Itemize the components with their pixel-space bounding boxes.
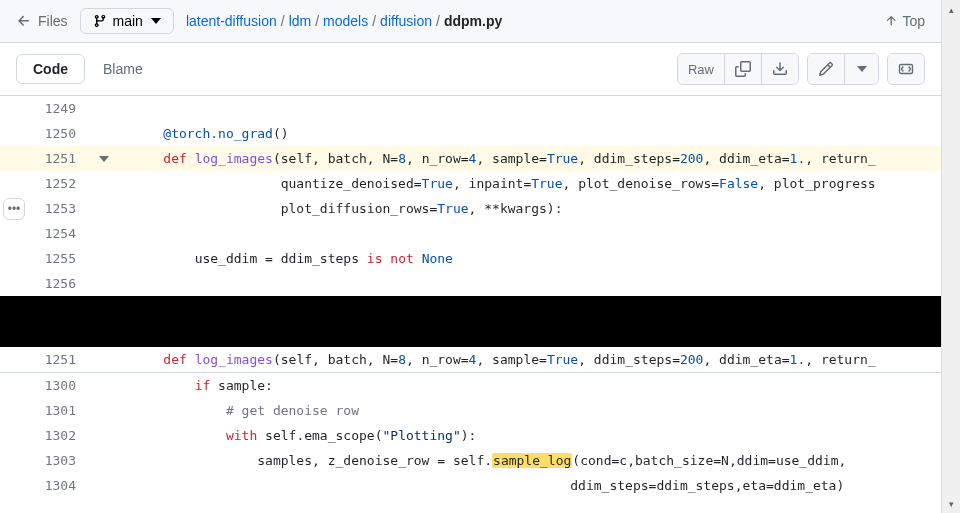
file-header: Files main latent-diffusion/ ldm/ models…	[0, 0, 941, 43]
line-content: with self.ema_scope("Plotting"):	[116, 423, 941, 448]
download-icon	[772, 61, 788, 77]
line-number: 1303	[0, 448, 92, 473]
code-line[interactable]: 1252 quantize_denoised=True, inpaint=Tru…	[0, 171, 941, 196]
code-line[interactable]: 1255 use_ddim = ddim_steps is not None	[0, 246, 941, 271]
scroll-down-button[interactable]: ▾	[942, 494, 960, 513]
chevron-col	[92, 96, 116, 121]
line-number: 1304	[0, 473, 92, 498]
tab-blame[interactable]: Blame	[87, 55, 159, 83]
line-content: quantize_denoised=True, inpaint=True, pl…	[116, 171, 941, 196]
arrow-left-icon	[16, 13, 32, 29]
code-line[interactable]: 1301 # get denoise row	[0, 398, 941, 423]
chevron-col	[92, 221, 116, 246]
breadcrumb: latent-diffusion/ ldm/ models/ diffusion…	[186, 13, 502, 29]
branch-icon	[93, 14, 107, 28]
line-content: def log_images(self, batch, N=8, n_row=4…	[116, 146, 941, 171]
redacted-region	[0, 296, 941, 347]
arrow-up-icon	[884, 14, 898, 28]
line-content	[116, 221, 941, 246]
crumb-2[interactable]: models	[323, 13, 368, 29]
chevron-col	[92, 246, 116, 271]
line-content: def log_images(self, batch, N=8, n_row=4…	[116, 347, 941, 372]
scroll-up-button[interactable]: ▴	[942, 0, 960, 19]
pencil-icon	[818, 61, 834, 77]
line-number: 1251	[0, 146, 92, 171]
line-number: 1256	[0, 271, 92, 296]
branch-select[interactable]: main	[80, 8, 174, 34]
line-number: 1249	[0, 96, 92, 121]
chevron-col	[92, 398, 116, 423]
files-label: Files	[38, 13, 68, 29]
chevron-col	[92, 347, 116, 372]
code-line[interactable]: 1256	[0, 271, 941, 296]
code-lines-top: 12491250 @torch.no_grad()1251 def log_im…	[0, 96, 941, 296]
chevron-col	[92, 423, 116, 448]
line-number: 1252	[0, 171, 92, 196]
chevron-down-icon	[151, 18, 161, 24]
copy-icon	[735, 61, 751, 77]
chevron-down-icon	[98, 153, 110, 165]
sticky-function-header[interactable]: 1251 def log_images(self, batch, N=8, n_…	[0, 347, 941, 373]
file-tabs: Code Blame Raw	[0, 43, 941, 95]
chevron-col	[92, 271, 116, 296]
code-line[interactable]: 1254	[0, 221, 941, 246]
line-number: 1302	[0, 423, 92, 448]
scroll-top-link[interactable]: Top	[884, 13, 925, 29]
code-pane-top: ••• 12491250 @torch.no_grad()1251 def lo…	[0, 95, 941, 296]
code-line[interactable]: 1304 ddim_steps=ddim_steps,eta=ddim_eta)	[0, 473, 941, 498]
line-content	[116, 96, 941, 121]
code-line[interactable]: 1249	[0, 96, 941, 121]
line-content: plot_diffusion_rows=True, **kwargs):	[116, 196, 941, 221]
chevron-col	[92, 373, 116, 398]
crumb-current: ddpm.py	[444, 13, 502, 29]
edit-menu-button[interactable]	[844, 54, 878, 84]
line-content: samples, z_denoise_row = self.sample_log…	[116, 448, 941, 473]
line-content: @torch.no_grad()	[116, 121, 941, 146]
download-button[interactable]	[761, 54, 798, 84]
code-line[interactable]: 1302 with self.ema_scope("Plotting"):	[0, 423, 941, 448]
line-number: 1251	[0, 347, 92, 372]
line-number: 1300	[0, 373, 92, 398]
branch-name: main	[113, 13, 143, 29]
chevron-down-icon	[857, 66, 867, 72]
line-number: 1301	[0, 398, 92, 423]
code-line[interactable]: 1300 if sample:	[0, 373, 941, 398]
scrollbar-vertical[interactable]: ▴ ▾	[941, 0, 960, 513]
line-content: ddim_steps=ddim_steps,eta=ddim_eta)	[116, 473, 941, 498]
files-link[interactable]: Files	[16, 13, 68, 29]
line-content: use_ddim = ddim_steps is not None	[116, 246, 941, 271]
line-number: 1253	[0, 196, 92, 221]
chevron-col	[92, 171, 116, 196]
symbols-icon	[898, 61, 914, 77]
line-number: 1254	[0, 221, 92, 246]
code-lines-bottom: 1300 if sample:1301 # get denoise row130…	[0, 373, 941, 498]
code-line[interactable]: 1303 samples, z_denoise_row = self.sampl…	[0, 448, 941, 473]
code-line[interactable]: 1251 def log_images(self, batch, N=8, n_…	[0, 146, 941, 171]
edit-button[interactable]	[808, 54, 844, 84]
line-number: 1255	[0, 246, 92, 271]
chevron-col	[92, 448, 116, 473]
copy-button[interactable]	[724, 54, 761, 84]
raw-button[interactable]: Raw	[678, 54, 724, 84]
code-line[interactable]: 1253 plot_diffusion_rows=True, **kwargs)…	[0, 196, 941, 221]
line-content	[116, 271, 941, 296]
line-content: # get denoise row	[116, 398, 941, 423]
toolbar: Raw	[677, 53, 925, 85]
chevron-col	[92, 196, 116, 221]
chevron-col	[92, 473, 116, 498]
line-number: 1250	[0, 121, 92, 146]
crumb-3[interactable]: diffusion	[380, 13, 432, 29]
top-label: Top	[902, 13, 925, 29]
line-content: if sample:	[116, 373, 941, 398]
crumb-0[interactable]: latent-diffusion	[186, 13, 277, 29]
crumb-1[interactable]: ldm	[289, 13, 312, 29]
symbols-button[interactable]	[888, 54, 924, 84]
chevron-col	[92, 121, 116, 146]
chevron-col[interactable]	[92, 146, 116, 171]
tab-code[interactable]: Code	[16, 54, 85, 84]
code-line[interactable]: 1250 @torch.no_grad()	[0, 121, 941, 146]
